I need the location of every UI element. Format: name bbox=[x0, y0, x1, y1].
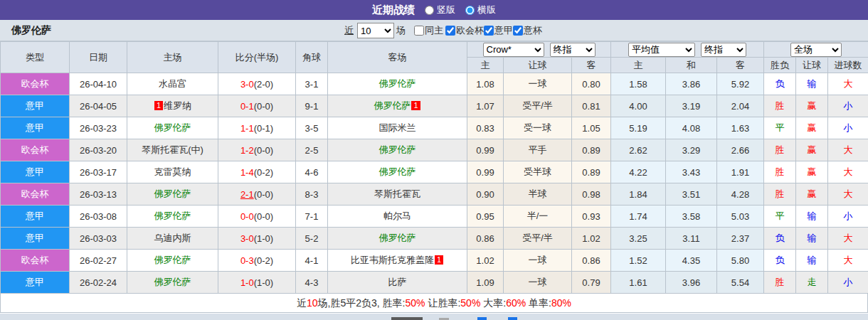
away-team-cell: 帕尔马 bbox=[328, 206, 467, 228]
avg-home-cell: 1.61 bbox=[611, 272, 666, 294]
sub-header-handicap: 让球 bbox=[796, 58, 828, 73]
date-cell: 26-03-23 bbox=[70, 117, 127, 139]
odds-home-cell: 0.99 bbox=[467, 161, 504, 183]
sub-header-goals: 进球数 bbox=[828, 58, 868, 73]
red-card-badge: 1 bbox=[154, 101, 163, 110]
date-cell: 26-04-10 bbox=[70, 73, 127, 95]
odds-stage-select-2[interactable]: 终指 bbox=[701, 43, 746, 57]
table-row: 意甲26-03-08佛罗伦萨0-0(0-0)7-1帕尔马0.95半/一0.931… bbox=[1, 206, 868, 228]
league-filter[interactable]: 欧会杯 bbox=[445, 24, 484, 37]
score-cell: 3-0(2-0) bbox=[218, 73, 296, 95]
odds-line-cell: 受一球 bbox=[504, 117, 572, 139]
red-card-badge: 1 bbox=[411, 101, 420, 110]
odds-line-cell: 半/一 bbox=[504, 206, 572, 228]
league-filter-checkbox[interactable] bbox=[513, 26, 523, 36]
avg-draw-cell: 3.51 bbox=[666, 183, 717, 206]
odds-line-cell: 受半球 bbox=[504, 161, 572, 183]
vertical-radio-input[interactable] bbox=[425, 6, 434, 15]
result-wdl-cell: 负 bbox=[764, 250, 796, 272]
away-team-cell: 比萨 bbox=[328, 272, 467, 294]
result-handicap-cell: 输 bbox=[796, 228, 828, 250]
result-goals-cell: 小 bbox=[828, 95, 868, 117]
table-row: 意甲26-02-24佛罗伦萨1-0(1-0)4-3比萨1.09一球0.791.6… bbox=[1, 272, 868, 294]
odds-home-cell: 0.90 bbox=[467, 183, 504, 206]
horizontal-radio-label: 横版 bbox=[477, 4, 496, 16]
avg-draw-cell: 4.35 bbox=[666, 250, 717, 272]
col-header-corner: 角球 bbox=[296, 42, 328, 73]
corner-cell: 4-3 bbox=[296, 272, 328, 294]
horizontal-radio-input[interactable] bbox=[465, 6, 475, 15]
league-cell: 意甲 bbox=[1, 95, 70, 117]
avg-draw-cell: 3.29 bbox=[666, 139, 717, 161]
avg-home-cell: 2.62 bbox=[611, 139, 666, 161]
odds-company-select[interactable]: Crow* bbox=[483, 43, 544, 57]
league-filter-label: 欧会杯 bbox=[456, 24, 484, 37]
result-handicap-cell: 赢 bbox=[796, 139, 828, 161]
score-cell: 0-0(0-0) bbox=[218, 206, 296, 228]
avg-away-cell: 1.91 bbox=[717, 161, 764, 183]
col-header-score: 比分(半场) bbox=[218, 42, 296, 73]
average-select[interactable]: 平均值 bbox=[628, 43, 695, 57]
summary-text: 场,胜5平2负3, 胜率: bbox=[318, 297, 406, 309]
odds-home-cell: 0.86 bbox=[467, 228, 504, 250]
layout-radio-horizontal[interactable]: 横版 bbox=[465, 4, 496, 16]
avg-away-cell: 4.28 bbox=[717, 183, 764, 206]
odds-stage-select-1[interactable]: 终指 bbox=[550, 43, 596, 57]
avg-away-cell: 2.37 bbox=[717, 228, 764, 250]
corner-cell: 4-1 bbox=[296, 250, 328, 272]
same-home-checkbox[interactable] bbox=[414, 26, 424, 36]
result-handicap-cell: 走 bbox=[796, 272, 828, 294]
avg-home-cell: 4.22 bbox=[611, 161, 666, 183]
result-wdl-cell: 平 bbox=[764, 117, 796, 139]
odds-line-cell: 一球 bbox=[504, 272, 572, 294]
home-team-cell: 克雷莫纳 bbox=[127, 161, 218, 183]
score-cell: 2-1(0-0) bbox=[218, 183, 296, 206]
summary-stat-value: 50% bbox=[460, 297, 480, 309]
summary-line: 近10场,胜5平2负3, 胜率:50% 让胜率:50% 大率:60% 单率:80… bbox=[0, 294, 868, 313]
avg-home-cell: 1.52 bbox=[611, 250, 666, 272]
result-wdl-cell: 负 bbox=[764, 73, 796, 95]
scope-select[interactable]: 全场 bbox=[790, 43, 842, 57]
odds-home-cell: 0.95 bbox=[467, 206, 504, 228]
col-header-type: 类型 bbox=[1, 42, 70, 73]
avg-away-cell: 5.80 bbox=[717, 250, 764, 272]
cutoff-checkbox-checked bbox=[477, 317, 487, 320]
avg-away-cell: 5.92 bbox=[717, 73, 764, 95]
sub-header-odds-line: 让球 bbox=[504, 58, 572, 73]
match-count-select[interactable]: 10 bbox=[357, 23, 394, 38]
home-team-cell: 佛罗伦萨 bbox=[127, 272, 218, 294]
league-filter-label: 意甲 bbox=[494, 24, 513, 37]
summary-text: 近 bbox=[297, 297, 307, 309]
result-wdl-cell: 胜 bbox=[764, 183, 796, 206]
league-filter[interactable]: 意甲 bbox=[484, 24, 513, 37]
odds-away-cell: 0.89 bbox=[572, 139, 611, 161]
layout-radio-vertical[interactable]: 竖版 bbox=[425, 4, 455, 16]
score-cell: 1-0(1-0) bbox=[218, 272, 296, 294]
result-wdl-cell: 胜 bbox=[764, 139, 796, 161]
league-cell: 意甲 bbox=[1, 161, 70, 183]
league-filter-checkbox[interactable] bbox=[484, 26, 494, 36]
away-team-cell: 佛罗伦萨1 bbox=[328, 95, 467, 117]
league-cell: 意甲 bbox=[1, 117, 70, 139]
away-team-cell: 佛罗伦萨 bbox=[328, 228, 467, 250]
league-filter[interactable]: 意杯 bbox=[513, 24, 542, 37]
odds-away-cell: 0.86 bbox=[572, 250, 611, 272]
date-cell: 26-03-08 bbox=[70, 206, 127, 228]
same-home-filter[interactable]: 同主 bbox=[414, 24, 443, 37]
score-cell: 0-1(0-0) bbox=[218, 95, 296, 117]
home-team-cell: 佛罗伦萨 bbox=[127, 117, 218, 139]
league-filter-checkbox[interactable] bbox=[445, 26, 455, 36]
away-team-cell: 佛罗伦萨 bbox=[328, 73, 467, 95]
result-handicap-cell: 输 bbox=[796, 206, 828, 228]
away-team-cell: 佛罗伦萨 bbox=[328, 161, 467, 183]
score-cell: 1-2(0-0) bbox=[218, 139, 296, 161]
home-team-cell: 佛罗伦萨 bbox=[127, 183, 218, 206]
near-link[interactable]: 近 bbox=[344, 24, 354, 37]
league-cell: 意甲 bbox=[1, 272, 70, 294]
result-handicap-cell: 赢 bbox=[796, 161, 828, 183]
avg-home-cell: 1.74 bbox=[611, 206, 666, 228]
home-team-cell: 佛罗伦萨 bbox=[127, 206, 218, 228]
corner-cell: 5-2 bbox=[296, 228, 328, 250]
odds-away-cell: 0.93 bbox=[572, 206, 611, 228]
odds-away-cell: 0.89 bbox=[572, 161, 611, 183]
